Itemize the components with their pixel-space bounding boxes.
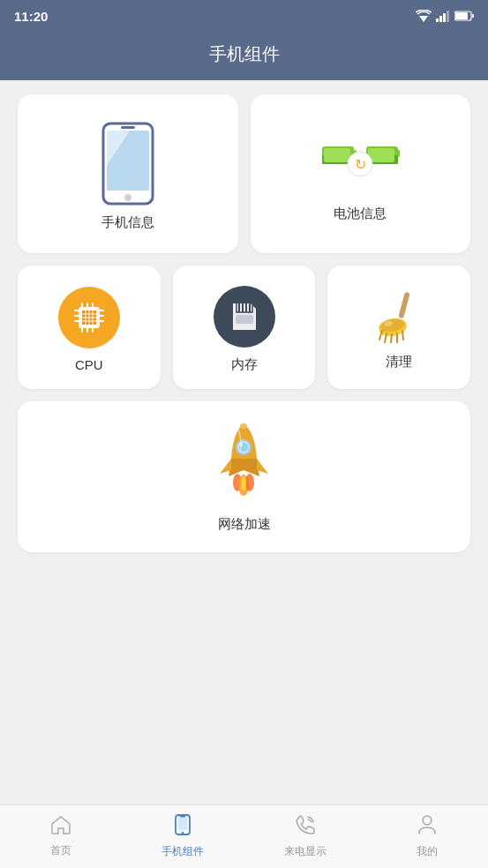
memory-label: 内存 (231, 356, 258, 373)
card-cpu[interactable]: CPU (18, 266, 161, 389)
grid-row-1: 手机信息 ↻ 电池 (18, 94, 470, 253)
card-clean[interactable]: 清理 (327, 266, 470, 389)
nav-item-phone-components[interactable]: 手机组件 (122, 805, 244, 868)
signal-icon (436, 10, 450, 22)
nav-home-label: 首页 (50, 843, 71, 858)
page-header: 手机组件 (0, 32, 488, 80)
svg-point-64 (240, 423, 247, 429)
svg-rect-68 (180, 816, 185, 818)
call-icon (295, 814, 316, 841)
svg-rect-66 (178, 817, 187, 830)
svg-rect-3 (443, 13, 446, 22)
svg-rect-1 (436, 19, 439, 22)
status-icons (416, 10, 474, 22)
nav-call-display-label: 来电显示 (284, 844, 327, 859)
battery-info-icon: ↻ (320, 131, 400, 197)
status-bar: 11:20 (0, 0, 488, 32)
nav-mine-label: 我的 (417, 844, 438, 859)
svg-rect-2 (439, 16, 442, 22)
grid-row-2: CPU 内存 (18, 266, 470, 389)
svg-rect-4 (447, 11, 449, 22)
cpu-icon (58, 287, 120, 348)
network-boost-label: 网络加速 (218, 516, 271, 533)
battery-status-icon (454, 11, 474, 21)
bottom-nav: 首页 手机组件 来电显示 我 (0, 804, 488, 868)
svg-rect-16 (324, 148, 350, 162)
nav-phone-components-label: 手机组件 (161, 844, 204, 859)
home-icon (50, 815, 71, 840)
card-battery-info[interactable]: ↻ 电池信息 (251, 94, 471, 253)
phone-info-label: 手机信息 (101, 214, 154, 231)
clean-icon (371, 288, 428, 345)
phone-nav-icon (175, 814, 191, 841)
battery-info-label: 电池信息 (334, 206, 387, 222)
svg-rect-47 (236, 315, 253, 324)
svg-rect-7 (472, 14, 474, 18)
memory-icon (214, 286, 275, 348)
clean-label: 清理 (386, 354, 412, 370)
card-network-boost[interactable]: 网络加速 (18, 401, 470, 552)
wifi-icon (416, 10, 432, 22)
svg-point-12 (124, 194, 131, 201)
svg-line-55 (402, 331, 403, 340)
svg-rect-6 (455, 12, 468, 19)
page-title: 手机组件 (209, 44, 280, 64)
phone-info-icon (96, 122, 160, 206)
status-time: 11:20 (14, 9, 48, 24)
card-memory[interactable]: 内存 (173, 266, 316, 389)
card-phone-info[interactable]: 手机信息 (18, 94, 238, 253)
svg-rect-48 (398, 291, 410, 318)
svg-rect-19 (398, 150, 400, 157)
cpu-label: CPU (75, 357, 103, 372)
svg-text:↻: ↻ (355, 157, 366, 172)
svg-point-69 (423, 816, 432, 825)
svg-rect-11 (121, 126, 135, 129)
nav-item-mine[interactable]: 我的 (366, 805, 488, 868)
svg-point-63 (241, 476, 246, 490)
grid-row-3: 网络加速 (18, 401, 470, 552)
svg-line-53 (391, 334, 392, 343)
svg-point-62 (245, 474, 254, 491)
nav-item-home[interactable]: 首页 (0, 805, 122, 868)
main-content: 手机信息 ↻ 电池 (0, 80, 488, 804)
rocket-icon (209, 419, 280, 507)
svg-marker-0 (419, 16, 428, 22)
nav-item-call-display[interactable]: 来电显示 (244, 805, 366, 868)
person-icon (417, 814, 437, 841)
svg-point-67 (182, 832, 184, 834)
